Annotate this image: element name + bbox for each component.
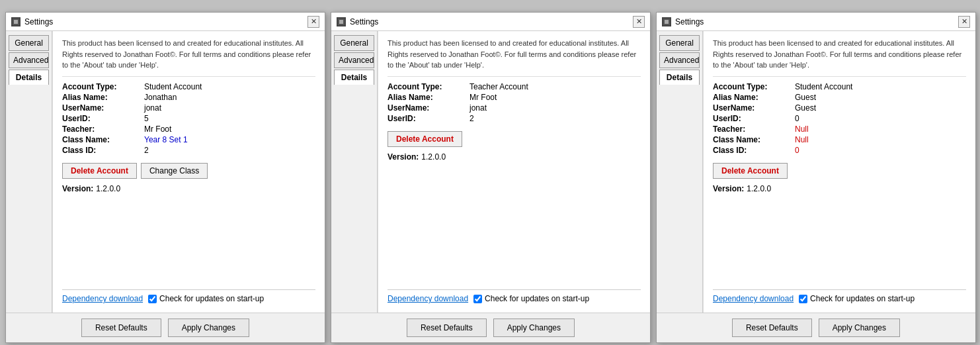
title-bar: Settings ✕ bbox=[657, 13, 975, 31]
field-value: Guest bbox=[795, 93, 966, 102]
check-updates-label[interactable]: Check for updates on start-up bbox=[148, 294, 264, 303]
apply-changes-button[interactable]: Apply Changes bbox=[168, 319, 249, 337]
delete-account-button[interactable]: Delete Account bbox=[62, 163, 137, 179]
field-value: Guest bbox=[795, 103, 966, 113]
footer-links: Dependency download Check for updates on… bbox=[62, 289, 315, 306]
field-value: Mr Foot bbox=[144, 124, 315, 134]
license-text: This product has been licensed to and cr… bbox=[62, 38, 315, 77]
window-footer: Reset DefaultsApply Changes bbox=[6, 313, 325, 342]
reset-defaults-button[interactable]: Reset Defaults bbox=[407, 319, 487, 337]
field-label: UserName: bbox=[713, 103, 792, 113]
reset-defaults-button[interactable]: Reset Defaults bbox=[732, 319, 812, 337]
settings-window-3: Settings ✕ GeneralAdvancedDetailsThis pr… bbox=[656, 12, 976, 343]
field-label: Alias Name: bbox=[388, 93, 467, 102]
info-table: Account Type:Student AccountAlias Name:J… bbox=[62, 82, 315, 155]
reset-defaults-button[interactable]: Reset Defaults bbox=[81, 319, 161, 337]
field-value: Teacher Account bbox=[470, 82, 641, 91]
title-bar: Settings ✕ bbox=[331, 13, 650, 31]
check-updates-label[interactable]: Check for updates on start-up bbox=[473, 294, 589, 303]
app-icon bbox=[11, 17, 20, 26]
window-title: Settings bbox=[350, 17, 378, 26]
check-updates-checkbox[interactable] bbox=[799, 295, 807, 303]
version-row: Version: 1.2.0.0 bbox=[388, 152, 641, 162]
field-value: 2 bbox=[144, 146, 315, 155]
svg-rect-3 bbox=[339, 20, 343, 24]
sidebar: GeneralAdvancedDetails bbox=[657, 31, 703, 313]
field-value: Jonathan bbox=[144, 93, 315, 102]
field-label: Class Name: bbox=[713, 135, 792, 144]
delete-account-button[interactable]: Delete Account bbox=[388, 131, 462, 147]
tab-general[interactable]: General bbox=[334, 35, 374, 51]
window-footer: Reset DefaultsApply Changes bbox=[657, 313, 975, 342]
dependency-download-link[interactable]: Dependency download bbox=[388, 294, 468, 303]
window-body: GeneralAdvancedDetailsThis product has b… bbox=[331, 31, 650, 313]
version-label: Version: bbox=[713, 184, 744, 193]
field-label: Teacher: bbox=[713, 124, 792, 134]
version-value: 1.2.0.0 bbox=[747, 184, 771, 193]
license-text: This product has been licensed to and cr… bbox=[388, 38, 641, 77]
field-label: UserID: bbox=[62, 114, 142, 123]
spacer bbox=[62, 244, 315, 284]
field-value: jonat bbox=[470, 103, 641, 113]
field-label: Alias Name: bbox=[62, 93, 142, 102]
close-button[interactable]: ✕ bbox=[307, 16, 319, 28]
field-value: 5 bbox=[144, 114, 315, 123]
tab-details[interactable]: Details bbox=[659, 70, 700, 85]
title-bar: Settings ✕ bbox=[6, 13, 325, 31]
footer-links: Dependency download Check for updates on… bbox=[388, 289, 641, 306]
content-area: This product has been licensed to and cr… bbox=[52, 31, 325, 313]
field-value: Null bbox=[795, 135, 966, 144]
svg-rect-1 bbox=[14, 20, 18, 24]
tab-details[interactable]: Details bbox=[9, 70, 49, 85]
window-title: Settings bbox=[24, 17, 53, 26]
window-body: GeneralAdvancedDetailsThis product has b… bbox=[6, 31, 325, 313]
delete-account-button[interactable]: Delete Account bbox=[713, 163, 788, 179]
apply-changes-button[interactable]: Apply Changes bbox=[819, 319, 900, 337]
info-table: Account Type:Student AccountAlias Name:G… bbox=[713, 82, 966, 155]
tab-general[interactable]: General bbox=[659, 35, 700, 51]
check-updates-text: Check for updates on start-up bbox=[485, 294, 589, 303]
dependency-download-link[interactable]: Dependency download bbox=[62, 294, 143, 303]
field-label: UserID: bbox=[713, 114, 792, 123]
close-button[interactable]: ✕ bbox=[633, 16, 645, 28]
tab-details[interactable]: Details bbox=[334, 70, 374, 85]
tab-general[interactable]: General bbox=[9, 35, 49, 51]
tab-advanced[interactable]: Advanced bbox=[659, 52, 700, 68]
field-label: Class Name: bbox=[62, 135, 142, 144]
settings-window-2: Settings ✕ GeneralAdvancedDetailsThis pr… bbox=[331, 12, 651, 343]
check-updates-label[interactable]: Check for updates on start-up bbox=[799, 294, 915, 303]
version-value: 1.2.0.0 bbox=[421, 152, 446, 162]
apply-changes-button[interactable]: Apply Changes bbox=[493, 319, 575, 337]
close-button[interactable]: ✕ bbox=[958, 16, 970, 28]
field-label: UserName: bbox=[388, 103, 467, 113]
field-label: Teacher: bbox=[62, 124, 142, 134]
footer-links: Dependency download Check for updates on… bbox=[713, 289, 966, 306]
app-icon bbox=[662, 17, 671, 26]
version-row: Version: 1.2.0.0 bbox=[713, 184, 966, 193]
check-updates-checkbox[interactable] bbox=[148, 295, 157, 303]
settings-window-1: Settings ✕ GeneralAdvancedDetailsThis pr… bbox=[5, 12, 325, 343]
field-value: Year 8 Set 1 bbox=[144, 135, 315, 144]
field-label: Class ID: bbox=[713, 146, 792, 155]
dependency-download-link[interactable]: Dependency download bbox=[713, 294, 794, 303]
action-buttons: Delete Account bbox=[388, 131, 641, 147]
check-updates-checkbox[interactable] bbox=[473, 295, 482, 303]
content-area: This product has been licensed to and cr… bbox=[703, 31, 975, 313]
action-buttons: Delete Account bbox=[713, 163, 966, 179]
field-label: Account Type: bbox=[713, 82, 792, 91]
version-label: Version: bbox=[62, 184, 93, 193]
field-label: Account Type: bbox=[388, 82, 467, 91]
version-row: Version: 1.2.0.0 bbox=[62, 184, 315, 193]
window-footer: Reset DefaultsApply Changes bbox=[331, 313, 650, 342]
field-value: Student Account bbox=[795, 82, 966, 91]
check-updates-text: Check for updates on start-up bbox=[810, 294, 915, 303]
field-label: Alias Name: bbox=[713, 93, 792, 102]
change-class-button[interactable]: Change Class bbox=[141, 163, 208, 179]
sidebar: GeneralAdvancedDetails bbox=[331, 31, 378, 313]
field-value: jonat bbox=[144, 103, 315, 113]
content-area: This product has been licensed to and cr… bbox=[378, 31, 650, 313]
svg-rect-5 bbox=[665, 20, 669, 24]
tab-advanced[interactable]: Advanced bbox=[334, 52, 374, 68]
tab-advanced[interactable]: Advanced bbox=[9, 52, 49, 68]
field-label: Class ID: bbox=[62, 146, 142, 155]
